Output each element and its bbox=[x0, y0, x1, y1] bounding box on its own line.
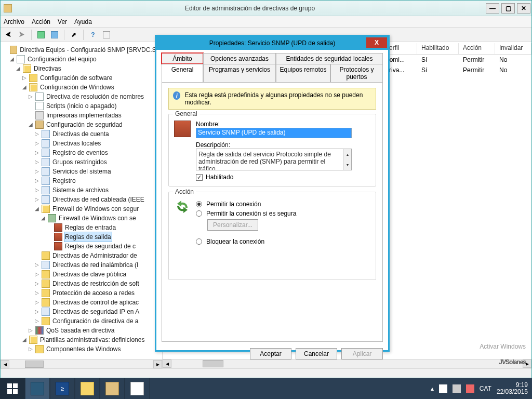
forward-button[interactable]: ⮞ bbox=[16, 29, 28, 41]
tree-item[interactable]: Directivas de control de aplicac bbox=[51, 298, 140, 307]
tree-item[interactable]: Componentes de Windows bbox=[45, 344, 122, 354]
radio-allow[interactable]: Permitir la conexión bbox=[196, 201, 370, 208]
tree-root[interactable]: Directiva Equips - Configuració SNMP [SR… bbox=[19, 45, 162, 55]
tree-item[interactable]: Impresoras implementadas bbox=[45, 111, 123, 120]
task-server-manager[interactable] bbox=[25, 378, 50, 399]
tree-item[interactable]: Configuración de software bbox=[39, 73, 113, 83]
printer-icon bbox=[35, 111, 44, 119]
details-button[interactable] bbox=[49, 29, 60, 41]
folder-icon bbox=[29, 83, 37, 91]
tab-programas[interactable]: Programas y servicios bbox=[203, 64, 276, 82]
tree-item[interactable]: Directivas de cuenta bbox=[51, 129, 110, 139]
script-icon bbox=[35, 102, 44, 110]
radio-allow-secure[interactable]: Permitir la conexión si es segura bbox=[196, 210, 370, 217]
back-button[interactable]: ⮜ bbox=[3, 29, 14, 41]
tree-item[interactable]: Scripts (inicio o apagado) bbox=[45, 101, 117, 111]
tree-item[interactable]: Directivas de red cableada (IEEE bbox=[51, 195, 145, 204]
tree-item[interactable]: Configuración de seguridad bbox=[45, 120, 124, 129]
task-notepad[interactable] bbox=[125, 378, 150, 399]
tab-panel-general: i Esta regla está predefinida y algunas … bbox=[162, 82, 383, 342]
cancel-button[interactable]: Cancelar bbox=[296, 348, 337, 360]
watermark: Activar Windows JVSolanes bbox=[480, 343, 526, 368]
enabled-checkbox[interactable]: ✓ Habilitado bbox=[196, 174, 370, 181]
tray-lang[interactable]: CAT bbox=[480, 385, 491, 392]
tree-item[interactable]: Directivas de Administrador de bbox=[51, 251, 138, 260]
clock[interactable]: 9:19 22/03/2015 bbox=[497, 382, 528, 395]
folder-icon bbox=[42, 289, 50, 297]
tree-item[interactable]: Configuración de Windows bbox=[39, 83, 115, 92]
tree-item[interactable]: Firewall de Windows con segur bbox=[51, 204, 140, 214]
tree-item[interactable]: Configuración de directiva de a bbox=[51, 316, 139, 326]
tree-item[interactable]: Protección de acceso a redes bbox=[51, 288, 136, 298]
network-icon[interactable] bbox=[453, 384, 461, 393]
tree-item[interactable]: Registro bbox=[51, 176, 77, 185]
policy-icon bbox=[42, 261, 50, 269]
tree-item[interactable]: Directivas de seguridad IP en A bbox=[51, 307, 140, 316]
tree-item[interactable]: Directivas locales bbox=[51, 139, 102, 148]
system-tray[interactable]: ▴ CAT 9:19 22/03/2015 bbox=[427, 378, 532, 399]
tab-protocolos[interactable]: Protocolos y puertos bbox=[330, 64, 383, 82]
task-explorer[interactable] bbox=[75, 378, 100, 399]
export-button[interactable]: ⬈ bbox=[68, 29, 79, 41]
tree-item[interactable]: QoS basada en directiva bbox=[45, 326, 115, 335]
menu-bar: Archivo Acción Ver Ayuda bbox=[1, 16, 531, 28]
properties-button[interactable] bbox=[101, 29, 112, 41]
tree-item[interactable]: Directivas de restricción de soft bbox=[51, 279, 140, 288]
tree-pane: Directiva Equips - Configuració SNMP [SR… bbox=[1, 43, 163, 368]
ok-button[interactable]: Aceptar bbox=[250, 348, 291, 360]
tree-item[interactable]: Directivas bbox=[33, 64, 62, 73]
sound-icon[interactable] bbox=[466, 384, 474, 393]
tab-general[interactable]: General bbox=[162, 64, 203, 82]
col-accion[interactable]: Acción bbox=[459, 43, 495, 54]
tree-item[interactable]: Sistema de archivos bbox=[51, 185, 110, 195]
tree-item[interactable]: Reglas de entrada bbox=[64, 223, 117, 232]
computer-icon bbox=[17, 55, 25, 63]
tree-hscroll[interactable]: ◂ ▸ bbox=[1, 359, 162, 368]
desc-spinner[interactable]: ▴▾ bbox=[343, 149, 351, 170]
menu-ayuda[interactable]: Ayuda bbox=[74, 18, 92, 25]
tree-item[interactable]: Directiva de resolución de nombres bbox=[45, 92, 145, 101]
tree-item[interactable]: Configuración del equipo bbox=[26, 55, 98, 64]
scroll-left-icon[interactable]: ◂ bbox=[1, 360, 9, 368]
tree-item-selected[interactable]: Reglas de salida bbox=[64, 232, 112, 242]
policy-tree[interactable]: Directiva Equips - Configuració SNMP [SR… bbox=[1, 43, 162, 356]
help-button[interactable]: ? bbox=[87, 29, 99, 41]
tab-ambito[interactable]: Ámbito bbox=[162, 53, 203, 64]
tree-item[interactable]: Grupos restringidos bbox=[51, 157, 108, 167]
description-input[interactable]: Regla de salida del servicio Protocolo s… bbox=[196, 149, 352, 170]
tree-item[interactable]: Directivas de clave pública bbox=[51, 270, 127, 279]
tree-item[interactable]: Directivas de red inalámbrica (I bbox=[51, 260, 139, 270]
tree-item[interactable]: Reglas de seguridad de c bbox=[64, 242, 137, 251]
status-bar bbox=[1, 368, 531, 378]
menu-accion[interactable]: Acción bbox=[32, 18, 50, 25]
name-label: Nombre: bbox=[196, 121, 370, 128]
task-gpm[interactable] bbox=[100, 378, 125, 399]
close-button[interactable]: ✕ bbox=[517, 3, 530, 14]
tree-item[interactable]: Plantillas administrativas: definiciones bbox=[39, 335, 145, 344]
tree-item[interactable]: Firewall de Windows con se bbox=[58, 214, 137, 223]
tray-up-icon[interactable]: ▴ bbox=[431, 385, 434, 392]
flag-icon[interactable] bbox=[439, 384, 447, 393]
scroll-thumb[interactable] bbox=[25, 361, 44, 368]
radio-block[interactable]: Bloquear la conexión bbox=[196, 238, 370, 245]
dialog-close-button[interactable]: X bbox=[366, 37, 387, 48]
task-powershell[interactable]: ≥ bbox=[50, 378, 75, 399]
title-bar: Editor de administración de directivas d… bbox=[1, 1, 531, 16]
dialog-title-bar: Propiedades: Servicio SNMP (UPD de salid… bbox=[156, 36, 388, 50]
col-invalidar[interactable]: Invalidar bbox=[495, 43, 531, 54]
name-input[interactable]: Servicio SNMP (UPD de salida) bbox=[196, 128, 352, 138]
minimize-button[interactable]: — bbox=[486, 3, 499, 14]
menu-ver[interactable]: Ver bbox=[58, 18, 67, 25]
tree-item[interactable]: Servicios del sistema bbox=[51, 167, 112, 176]
folder-icon bbox=[42, 298, 50, 307]
tab-equipos-remotos[interactable]: Equipos remotos bbox=[276, 64, 330, 82]
tab-entidades-seguridad[interactable]: Entidades de seguridad locales bbox=[276, 53, 383, 64]
maximize-button[interactable]: ▢ bbox=[501, 3, 515, 14]
policy-icon bbox=[42, 177, 50, 185]
tab-opciones-avanzadas[interactable]: Opciones avanzadas bbox=[203, 53, 276, 64]
menu-archivo[interactable]: Archivo bbox=[4, 18, 24, 25]
up-button[interactable] bbox=[35, 29, 47, 41]
col-habilitado[interactable]: Habilitado bbox=[417, 43, 459, 54]
tree-item[interactable]: Registro de eventos bbox=[51, 148, 109, 157]
start-button[interactable] bbox=[0, 378, 25, 399]
